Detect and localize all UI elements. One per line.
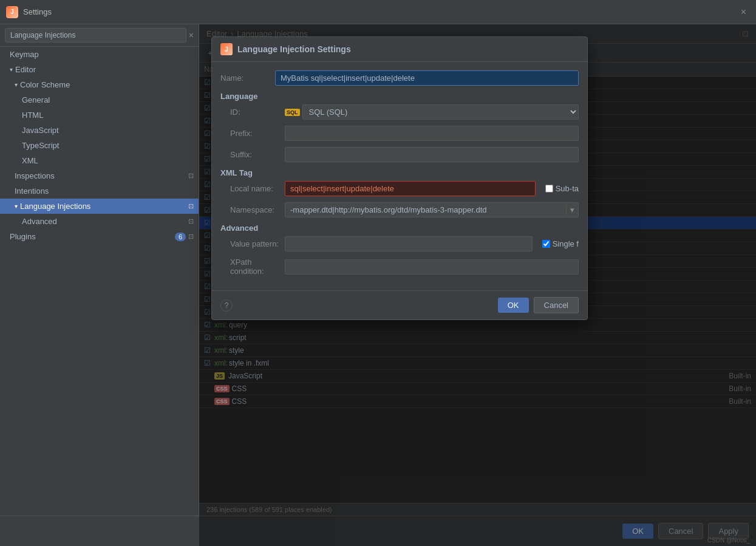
value-pattern-input[interactable]: [285, 236, 533, 251]
advanced-icon: ⊡: [188, 217, 194, 225]
xpath-label: XPath condition:: [230, 258, 285, 276]
suffix-row: Suffix:: [220, 147, 579, 162]
id-select[interactable]: SQL (SQL): [302, 104, 579, 120]
sidebar-item-label: Color Scheme: [20, 80, 70, 89]
subtag-label: Sub-ta: [556, 184, 579, 193]
sidebar-item-label: General: [22, 95, 50, 104]
suffix-label: Suffix:: [230, 150, 285, 159]
namespace-row: Namespace: ▾: [220, 202, 579, 217]
id-label: ID:: [230, 107, 285, 117]
dialog-title: Language Injection Settings: [237, 44, 351, 54]
dialog-overlay: J Language Injection Settings Name: Lang…: [199, 24, 756, 546]
prefix-row: Prefix:: [220, 126, 579, 141]
sidebar-item-label: Plugins: [10, 232, 175, 241]
namespace-dropdown-icon[interactable]: ▾: [566, 205, 578, 214]
namespace-input[interactable]: [285, 203, 566, 217]
prefix-label: Prefix:: [230, 129, 285, 138]
subtag-checkbox[interactable]: [545, 185, 553, 193]
lang-inject-icon: ⊡: [188, 202, 194, 210]
search-clear-icon[interactable]: ×: [189, 30, 194, 40]
sidebar-item-javascript[interactable]: JavaScript: [0, 123, 199, 138]
sidebar-item-label: Keymap: [10, 50, 39, 59]
name-row: Name:: [220, 70, 579, 86]
local-name-input[interactable]: [285, 181, 536, 196]
sidebar-item-plugins[interactable]: Plugins 6 ⊡: [0, 229, 199, 244]
name-label: Name:: [220, 73, 275, 83]
sidebar-item-editor[interactable]: ▾ Editor: [0, 62, 199, 77]
single-label: Single f: [553, 239, 579, 248]
sidebar-item-language-injections[interactable]: ▾ Language Injections ⊡: [0, 199, 199, 214]
search-input[interactable]: [5, 28, 186, 43]
title-bar: J Settings ×: [0, 0, 756, 24]
advanced-section-title: Advanced: [220, 224, 579, 233]
title-bar-text: Settings: [23, 7, 737, 16]
sidebar-item-xml[interactable]: XML: [0, 153, 199, 168]
copyright: CSDN @Noos_: [707, 537, 750, 544]
sql-icon: SQL: [285, 109, 300, 116]
sidebar-item-general[interactable]: General: [0, 92, 199, 107]
dialog-header: J Language Injection Settings: [212, 37, 587, 62]
language-injection-dialog: J Language Injection Settings Name: Lang…: [211, 36, 588, 320]
value-pattern-label: Value pattern:: [230, 239, 285, 248]
dialog-ok-button[interactable]: OK: [498, 298, 529, 313]
sidebar-item-label: Editor: [15, 65, 36, 74]
language-section-title: Language: [220, 92, 579, 101]
plugins-icon: ⊡: [188, 233, 194, 241]
plugins-badge: 6: [175, 233, 186, 241]
namespace-label: Namespace:: [230, 205, 285, 214]
xml-tag-section-title: XML Tag: [220, 168, 579, 177]
sidebar: × Keymap ▾ Editor ▾ Color Scheme General…: [0, 24, 199, 516]
value-pattern-row: Value pattern: Single f: [220, 236, 579, 251]
single-checkbox-row: Single f: [542, 239, 579, 248]
sidebar-item-html[interactable]: HTML: [0, 107, 199, 123]
sidebar-item-typescript[interactable]: TypeScript: [0, 138, 199, 153]
dialog-cancel-button[interactable]: Cancel: [534, 297, 579, 313]
sidebar-item-label: TypeScript: [22, 141, 59, 150]
help-icon[interactable]: ?: [220, 299, 233, 312]
sidebar-item-label: Inspections: [15, 171, 55, 180]
name-input[interactable]: [275, 70, 579, 86]
sidebar-item-label: XML: [22, 156, 38, 165]
suffix-input[interactable]: [285, 147, 579, 162]
sidebar-item-label: Intentions: [15, 186, 49, 196]
id-select-wrapper: SQL SQL (SQL): [285, 104, 579, 120]
close-button[interactable]: ×: [737, 7, 750, 18]
sidebar-item-label: JavaScript: [22, 126, 59, 135]
xpath-input[interactable]: [285, 259, 579, 275]
single-checkbox[interactable]: [542, 240, 550, 248]
inspections-settings-icon: ⊡: [188, 172, 194, 180]
dialog-body: Name: Language ID: SQL SQL (SQL) Prefix:: [212, 62, 587, 290]
sidebar-item-intentions[interactable]: Intentions: [0, 183, 199, 199]
xpath-row: XPath condition:: [220, 258, 579, 276]
sidebar-item-label: Advanced: [22, 217, 57, 226]
sidebar-item-advanced[interactable]: Advanced ⊡: [0, 214, 199, 229]
dialog-footer: ? OK Cancel: [212, 290, 587, 319]
search-bar: ×: [0, 24, 199, 47]
app-icon: J: [6, 6, 18, 18]
local-name-label: Local name:: [230, 184, 285, 193]
prefix-input[interactable]: [285, 126, 579, 141]
dialog-icon: J: [220, 43, 233, 55]
namespace-wrapper: ▾: [285, 202, 579, 217]
sidebar-item-label: HTML: [22, 111, 43, 120]
arrow-icon: ▾: [15, 81, 18, 88]
arrow-icon: ▾: [15, 203, 18, 210]
id-row: ID: SQL SQL (SQL): [220, 104, 579, 120]
sidebar-item-keymap[interactable]: Keymap: [0, 47, 199, 62]
sidebar-item-label: Language Injections: [20, 202, 90, 211]
local-name-row: Local name: Sub-ta: [220, 181, 579, 196]
sidebar-item-color-scheme[interactable]: ▾ Color Scheme: [0, 77, 199, 92]
subtag-checkbox-row: Sub-ta: [545, 184, 579, 193]
sidebar-item-inspections[interactable]: Inspections ⊡: [0, 168, 199, 183]
arrow-icon: ▾: [10, 66, 13, 73]
